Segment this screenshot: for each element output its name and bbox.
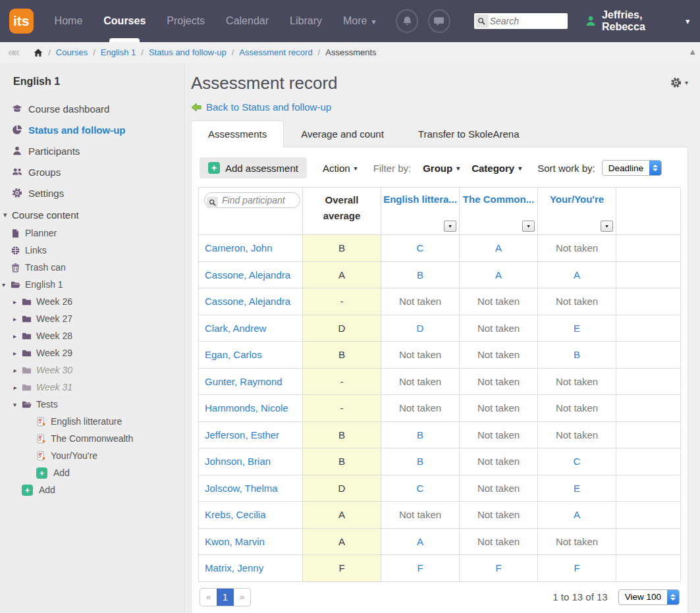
grade-cell[interactable]: Not taken <box>460 475 538 502</box>
grade-cell[interactable]: A <box>538 502 616 529</box>
course-tree-item[interactable]: ▸ + Week 27 <box>12 310 184 327</box>
course-tree-item[interactable]: ▸ + Week 31 <box>12 379 184 396</box>
action-dropdown[interactable]: Action ▾ <box>323 163 358 174</box>
course-tree-item[interactable]: + Planner <box>12 225 184 242</box>
participant-link[interactable]: Clark, Andrew <box>205 323 266 334</box>
sidebar-menu-item[interactable]: Participants <box>12 140 184 161</box>
grade-cell[interactable]: C <box>381 475 460 502</box>
next-page-button[interactable]: » <box>234 589 250 606</box>
grade-cell[interactable]: E <box>538 315 616 342</box>
assessment-column-link[interactable]: English littera... <box>383 194 457 205</box>
participant-link[interactable]: Krebs, Cecilia <box>205 509 266 520</box>
topnav-item[interactable]: Home <box>44 0 94 42</box>
grade-cell[interactable]: Not taken <box>381 368 460 395</box>
grade-cell[interactable]: Not taken <box>460 421 538 448</box>
participant-link[interactable]: Jolscow, Thelma <box>205 483 278 494</box>
topnav-item[interactable]: More <box>333 0 386 42</box>
breadcrumb-link[interactable]: Assessment record <box>239 47 312 57</box>
course-tree-item[interactable]: ▸ + Week 28 <box>12 327 184 344</box>
grade-cell[interactable]: C <box>538 448 616 475</box>
grade-cell[interactable]: Not taken <box>460 342 538 369</box>
grade-cell[interactable]: Not taken <box>381 502 460 529</box>
participant-link[interactable]: Johnson, Brian <box>205 456 271 467</box>
tab[interactable]: Assessments <box>191 120 284 147</box>
current-page-button[interactable]: 1 <box>217 589 234 606</box>
participant-link[interactable]: Egan, Carlos <box>205 349 262 360</box>
grade-cell[interactable]: Not taken <box>538 528 616 555</box>
column-filter-dropdown[interactable]: ▾ <box>522 221 535 232</box>
participant-link[interactable]: Hammonds, Nicole <box>205 402 288 413</box>
participant-link[interactable]: Jefferson, Esther <box>205 429 279 440</box>
grade-cell[interactable]: B <box>381 261 460 288</box>
grade-cell[interactable]: B <box>538 342 616 369</box>
page-settings-menu[interactable]: ▾ <box>670 77 688 88</box>
grade-cell[interactable]: Not taken <box>460 288 538 315</box>
course-tree-item[interactable]: + Your/You're <box>12 447 184 464</box>
assessment-column-link[interactable]: Your/You're <box>550 194 604 205</box>
grade-cell[interactable]: Not taken <box>460 368 538 395</box>
grade-cell[interactable]: Not taken <box>460 315 538 342</box>
course-tree-item[interactable]: + English litterature <box>12 413 184 430</box>
tab[interactable]: Transfer to SkoleArena <box>401 120 537 147</box>
tree-chevron-icon[interactable]: ▸ <box>13 350 22 357</box>
course-tree-item[interactable]: ▸ + Week 26 <box>12 293 184 310</box>
sidebar-menu-item[interactable]: Course dashboard <box>12 98 184 119</box>
grade-cell[interactable]: Not taken <box>460 502 538 529</box>
back-link[interactable]: Back to Status and follow-up <box>191 101 688 113</box>
participant-link[interactable]: Kwon, Marvin <box>205 536 265 547</box>
participant-link[interactable]: Matrix, Jenny <box>205 562 263 573</box>
grade-cell[interactable]: Not taken <box>538 288 616 315</box>
grade-cell[interactable]: Not taken <box>460 448 538 475</box>
participant-link[interactable]: Cassone, Alejandra <box>205 296 290 307</box>
tab[interactable]: Average and count <box>284 120 401 147</box>
breadcrumb-link[interactable]: English 1 <box>101 47 136 57</box>
grade-cell[interactable]: Not taken <box>460 528 538 555</box>
grade-cell[interactable]: A <box>381 528 460 555</box>
course-tree-item[interactable]: ▸ + Week 30 <box>12 361 184 379</box>
grade-cell[interactable]: Not taken <box>460 395 538 422</box>
course-tree-item[interactable]: + Links <box>12 242 184 259</box>
sort-select[interactable]: Deadline <box>602 160 662 176</box>
find-participant-input[interactable] <box>204 192 300 208</box>
collapse-sidebar-button[interactable]: «« <box>8 45 18 59</box>
topnav-item[interactable]: Library <box>279 0 333 42</box>
breadcrumb-link[interactable]: Courses <box>56 47 88 57</box>
tree-chevron-icon[interactable]: ▸ <box>13 315 22 323</box>
user-menu[interactable]: Jeffries, Rebecca ▾ <box>585 9 689 33</box>
tree-chevron-icon[interactable]: ▸ <box>13 384 22 391</box>
course-tree-item[interactable]: + Add <box>12 464 184 481</box>
previous-page-button[interactable]: « <box>200 589 217 606</box>
tree-chevron-icon[interactable]: ▾ <box>13 401 22 408</box>
column-filter-dropdown[interactable]: ▾ <box>601 221 613 232</box>
add-assessment-button[interactable]: + Add assessment <box>200 157 307 178</box>
course-tree-item[interactable]: ▾ + English 1 <box>12 276 184 293</box>
participant-link[interactable]: Cameron, John <box>205 242 273 253</box>
topnav-item[interactable]: Courses <box>93 0 156 42</box>
topnav-item[interactable]: Calendar <box>215 0 279 42</box>
course-tree-item[interactable]: + Trash can <box>12 259 184 276</box>
sidebar-menu-item[interactable]: Groups <box>12 161 184 182</box>
course-tree-item[interactable]: ▸ + Week 29 <box>12 344 184 361</box>
messages-button[interactable] <box>428 9 450 33</box>
view-count-select[interactable]: View 100 <box>618 589 680 605</box>
grade-cell[interactable]: F <box>538 555 616 582</box>
course-tree-item[interactable]: ▾ + Tests <box>12 396 184 413</box>
grade-cell[interactable]: A <box>538 261 616 288</box>
course-tree-item[interactable]: + The Commonwealth <box>12 430 184 447</box>
grade-cell[interactable]: Not taken <box>381 342 460 369</box>
grade-cell[interactable]: F <box>460 555 538 582</box>
grade-cell[interactable]: B <box>381 421 460 448</box>
participant-link[interactable]: Gunter, Raymond <box>205 376 283 387</box>
home-icon[interactable] <box>34 48 43 57</box>
grade-cell[interactable]: Not taken <box>381 395 460 422</box>
grade-cell[interactable]: Not taken <box>538 368 616 395</box>
grade-cell[interactable]: Not taken <box>538 235 616 262</box>
sidebar-menu-item[interactable]: Status and follow-up <box>12 119 184 140</box>
sidebar-menu-item[interactable]: Settings <box>12 182 184 203</box>
tree-chevron-icon[interactable]: ▸ <box>13 298 22 306</box>
notifications-button[interactable] <box>396 9 418 33</box>
breadcrumb-link[interactable]: Status and follow-up <box>149 47 227 57</box>
category-filter-dropdown[interactable]: Category ▾ <box>471 163 522 174</box>
assessment-column-link[interactable]: The Common... <box>463 194 534 205</box>
itslearning-logo[interactable]: its <box>9 9 34 34</box>
